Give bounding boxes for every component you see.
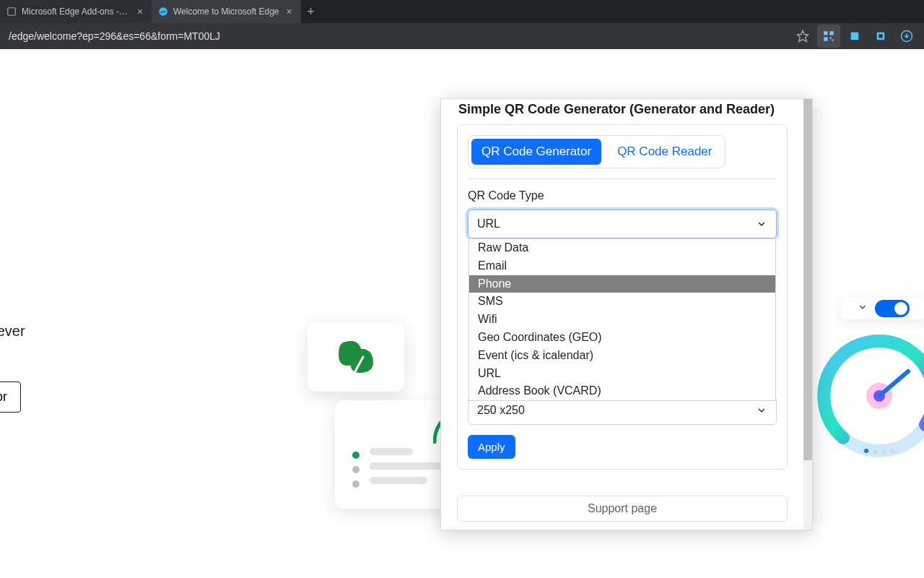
svg-rect-7 bbox=[832, 40, 834, 41]
dropdown-option[interactable]: Event (ics & icalendar) bbox=[469, 347, 775, 365]
extension-icon[interactable] bbox=[869, 25, 892, 48]
close-icon[interactable]: × bbox=[284, 6, 295, 17]
scrollbar-thumb[interactable] bbox=[803, 99, 812, 460]
extension-body: Simple QR Code Generator (Generator and … bbox=[441, 99, 803, 530]
qr-type-label: QR Code Type bbox=[468, 189, 777, 202]
extension-icon[interactable] bbox=[843, 25, 866, 48]
chevron-down-icon bbox=[756, 218, 767, 230]
dropdown-option[interactable]: Geo Coordinates (GEO) bbox=[469, 329, 775, 347]
chevron-down-icon[interactable] bbox=[858, 302, 868, 315]
browser-tab-bar: Microsoft Edge Add-ons - qr c × Welcome … bbox=[0, 0, 924, 23]
support-page-link[interactable]: Support page bbox=[457, 496, 788, 522]
welcome-body-line: eyond what you ever bbox=[0, 323, 25, 339]
qr-type-dropdown: Raw DataEmailPhoneSMSWifiGeo Coordinates… bbox=[468, 239, 776, 401]
welcome-body-text: eyond what you ever r browser. bbox=[0, 321, 137, 361]
dropdown-option[interactable]: SMS bbox=[469, 293, 775, 311]
favorite-icon[interactable] bbox=[791, 25, 814, 48]
dropdown-option[interactable]: Address Book (VCARD) bbox=[469, 382, 775, 400]
divider bbox=[468, 178, 777, 179]
welcome-action-button[interactable]: tor bbox=[0, 381, 21, 413]
dropdown-option[interactable]: URL bbox=[469, 365, 775, 383]
browser-tab-active[interactable]: Welcome to Microsoft Edge × bbox=[152, 0, 301, 23]
qr-extension-icon[interactable] bbox=[817, 25, 840, 48]
tab-title: Microsoft Edge Add-ons - qr c bbox=[22, 7, 130, 17]
svg-rect-10 bbox=[879, 34, 882, 38]
svg-point-17 bbox=[864, 449, 868, 453]
qr-type-selected-value: URL bbox=[477, 217, 500, 230]
tab-title: Welcome to Microsoft Edge bbox=[173, 7, 279, 17]
dropdown-option[interactable]: Email bbox=[469, 257, 775, 275]
dropdown-option[interactable]: Raw Data bbox=[469, 239, 775, 257]
svg-rect-8 bbox=[851, 33, 859, 40]
extension-panel: QR Code Generator QR Code Reader QR Code… bbox=[457, 124, 788, 470]
svg-point-18 bbox=[873, 450, 877, 454]
svg-line-16 bbox=[879, 371, 908, 396]
address-bar-row: /edge/welcome?ep=296&es=66&form=MT00LJ bbox=[0, 23, 924, 49]
svg-point-20 bbox=[890, 449, 894, 453]
chevron-down-icon bbox=[756, 405, 767, 416]
page-content: r d eyond what you ever r browser. tor bbox=[0, 49, 924, 578]
toolbar-icons bbox=[788, 25, 921, 48]
svg-rect-5 bbox=[824, 38, 827, 41]
edge-favicon-icon bbox=[157, 6, 169, 17]
new-tab-button[interactable]: + bbox=[301, 1, 321, 22]
close-icon[interactable]: × bbox=[134, 6, 146, 17]
extension-popup: Simple QR Code Generator (Generator and … bbox=[440, 98, 813, 530]
svg-point-19 bbox=[881, 450, 886, 454]
image-size-selected-value: 250 x250 bbox=[477, 404, 525, 417]
leaf-icon bbox=[333, 337, 379, 377]
svg-rect-4 bbox=[830, 31, 834, 35]
performance-gauge bbox=[814, 331, 924, 461]
tab-favicon-icon bbox=[6, 6, 17, 17]
popup-scrollbar[interactable] bbox=[803, 99, 812, 530]
extension-tabs: QR Code Generator QR Code Reader bbox=[468, 135, 725, 168]
svg-rect-0 bbox=[8, 8, 16, 16]
svg-rect-3 bbox=[824, 31, 827, 35]
downloads-icon[interactable] bbox=[895, 25, 918, 48]
tab-qr-generator[interactable]: QR Code Generator bbox=[471, 139, 601, 165]
toggle-card bbox=[840, 298, 924, 319]
toggle-switch[interactable] bbox=[875, 300, 910, 317]
svg-rect-6 bbox=[830, 38, 832, 39]
svg-marker-2 bbox=[798, 31, 808, 42]
apply-button[interactable]: Apply bbox=[468, 435, 515, 459]
extension-title: Simple QR Code Generator (Generator and … bbox=[441, 99, 803, 124]
tab-qr-reader[interactable]: QR Code Reader bbox=[604, 136, 725, 168]
address-bar[interactable]: /edge/welcome?ep=296&es=66&form=MT00LJ bbox=[3, 30, 788, 42]
qr-type-select[interactable]: URL Raw DataEmailPhoneSMSWifiGeo Coordin… bbox=[468, 210, 777, 238]
eco-card bbox=[308, 322, 404, 392]
dropdown-option[interactable]: Wifi bbox=[469, 311, 775, 329]
dropdown-option[interactable]: Phone bbox=[469, 275, 775, 293]
browser-tab[interactable]: Microsoft Edge Add-ons - qr c × bbox=[0, 0, 152, 23]
